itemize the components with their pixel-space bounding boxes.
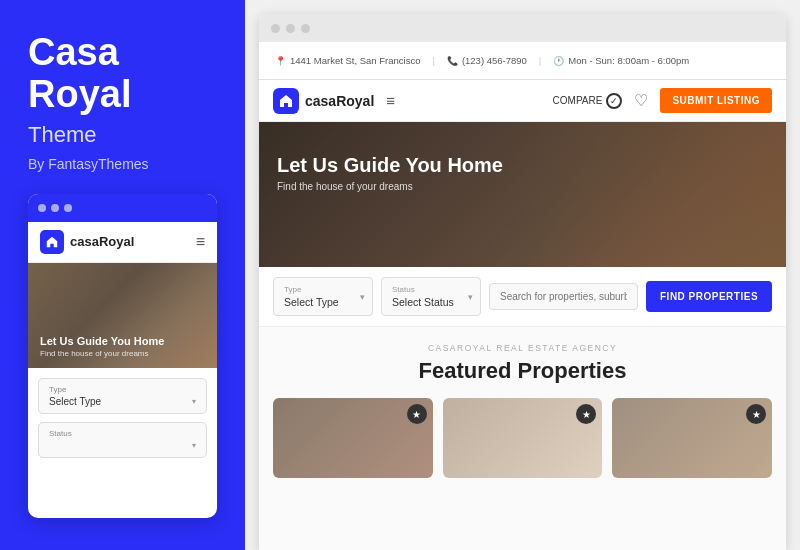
mobile-nav: casaRoyal ≡ bbox=[28, 222, 217, 263]
find-properties-button[interactable]: FIND PROPERTIES bbox=[646, 281, 772, 312]
nav-heart-icon[interactable]: ♡ bbox=[634, 91, 648, 110]
dot-3 bbox=[64, 204, 72, 212]
status-select[interactable]: Status Select Status bbox=[381, 277, 481, 316]
site-logo: casaRoyal bbox=[273, 88, 374, 114]
search-bar: Type Select Type ▾ Status Select Status … bbox=[259, 267, 786, 327]
hours-text: Mon - Sun: 8:00am - 6:00pm bbox=[568, 55, 689, 66]
mobile-logo-text: casaRoyal bbox=[70, 234, 196, 249]
type-select[interactable]: Type Select Type bbox=[273, 277, 373, 316]
nav-compare[interactable]: COMPARE ✓ bbox=[553, 93, 623, 109]
type-arrow-icon: ▾ bbox=[192, 397, 196, 406]
featured-section: CASAROYAL REAL ESTATE AGENCY Featured Pr… bbox=[259, 327, 786, 550]
status-value: Select Status bbox=[392, 296, 460, 308]
mobile-hero-title: Let Us Guide You Home bbox=[40, 335, 205, 347]
browser-dot-2 bbox=[286, 24, 295, 33]
brand-subtitle: Theme bbox=[28, 122, 217, 148]
brand-by: By FantasyThemes bbox=[28, 156, 217, 172]
mobile-hero: Let Us Guide You Home Find the house of … bbox=[28, 263, 217, 368]
featured-agency-label: CASAROYAL REAL ESTATE AGENCY bbox=[273, 343, 772, 353]
mobile-status-label: Status bbox=[49, 429, 196, 438]
mobile-preview-card: casaRoyal ≡ Let Us Guide You Home Find t… bbox=[28, 194, 217, 518]
featured-cards: ★ ★ ★ bbox=[273, 398, 772, 478]
desktop-browser: 📍 1441 Market St, San Francisco | 📞 (123… bbox=[259, 14, 786, 550]
clock-icon: 🕐 bbox=[553, 56, 564, 66]
mobile-hamburger-icon[interactable]: ≡ bbox=[196, 233, 205, 251]
featured-card-3[interactable]: ★ bbox=[612, 398, 772, 478]
mobile-type-label: Type bbox=[49, 385, 196, 394]
topbar-address: 📍 1441 Market St, San Francisco | 📞 (123… bbox=[275, 55, 770, 66]
hero-subtitle: Find the house of your dreams bbox=[277, 181, 768, 192]
browser-dot-3 bbox=[301, 24, 310, 33]
site-logo-icon bbox=[273, 88, 299, 114]
site-nav: casaRoyal ≡ COMPARE ✓ ♡ SUBMIT LISTING bbox=[259, 80, 786, 122]
browser-topbar: 📍 1441 Market St, San Francisco | 📞 (123… bbox=[259, 42, 786, 80]
browser-dot-1 bbox=[271, 24, 280, 33]
status-select-wrapper[interactable]: Status Select Status ▾ bbox=[381, 277, 481, 316]
hero-section: Let Us Guide You Home Find the house of … bbox=[259, 122, 786, 267]
brand-title: Casa Royal bbox=[28, 32, 217, 116]
status-arrow-icon: ▾ bbox=[192, 441, 196, 450]
left-panel: Casa Royal Theme By FantasyThemes casaRo… bbox=[0, 0, 245, 550]
mobile-logo-icon bbox=[40, 230, 64, 254]
right-panel: 📍 1441 Market St, San Francisco | 📞 (123… bbox=[245, 0, 800, 550]
type-value: Select Type bbox=[284, 296, 352, 308]
type-select-wrapper[interactable]: Type Select Type ▾ bbox=[273, 277, 373, 316]
mobile-titlebar bbox=[28, 194, 217, 222]
featured-card-2[interactable]: ★ bbox=[443, 398, 603, 478]
mobile-status-field[interactable]: Status ▾ bbox=[38, 422, 207, 458]
status-label: Status bbox=[392, 285, 460, 294]
pin-icon: 📍 bbox=[275, 56, 286, 66]
mobile-type-value: Select Type ▾ bbox=[49, 396, 196, 407]
type-label: Type bbox=[284, 285, 352, 294]
compare-check-icon: ✓ bbox=[606, 93, 622, 109]
nav-hamburger-icon[interactable]: ≡ bbox=[386, 92, 395, 109]
mobile-status-value: ▾ bbox=[49, 440, 196, 451]
card-3-star-icon: ★ bbox=[746, 404, 766, 424]
site-logo-text: casaRoyal bbox=[305, 93, 374, 109]
hero-title: Let Us Guide You Home bbox=[277, 154, 768, 177]
dot-2 bbox=[51, 204, 59, 212]
featured-title: Featured Properties bbox=[273, 358, 772, 384]
phone-text: (123) 456-7890 bbox=[462, 55, 527, 66]
search-input[interactable] bbox=[489, 283, 638, 310]
phone-icon: 📞 bbox=[447, 56, 458, 66]
featured-card-1[interactable]: ★ bbox=[273, 398, 433, 478]
featured-title-normal: Properties bbox=[511, 358, 626, 383]
address-text: 1441 Market St, San Francisco bbox=[290, 55, 420, 66]
dot-1 bbox=[38, 204, 46, 212]
hero-content: Let Us Guide You Home Find the house of … bbox=[259, 122, 786, 192]
submit-listing-button[interactable]: SUBMIT LISTING bbox=[660, 88, 772, 113]
card-2-star-icon: ★ bbox=[576, 404, 596, 424]
featured-title-bold: Featured bbox=[419, 358, 512, 383]
mobile-type-field[interactable]: Type Select Type ▾ bbox=[38, 378, 207, 414]
card-1-star-icon: ★ bbox=[407, 404, 427, 424]
mobile-search-area: Type Select Type ▾ Status ▾ bbox=[28, 368, 217, 518]
compare-label: COMPARE bbox=[553, 95, 603, 106]
mobile-hero-sub: Find the house of your dreams bbox=[40, 349, 205, 358]
browser-titlebar bbox=[259, 14, 786, 42]
